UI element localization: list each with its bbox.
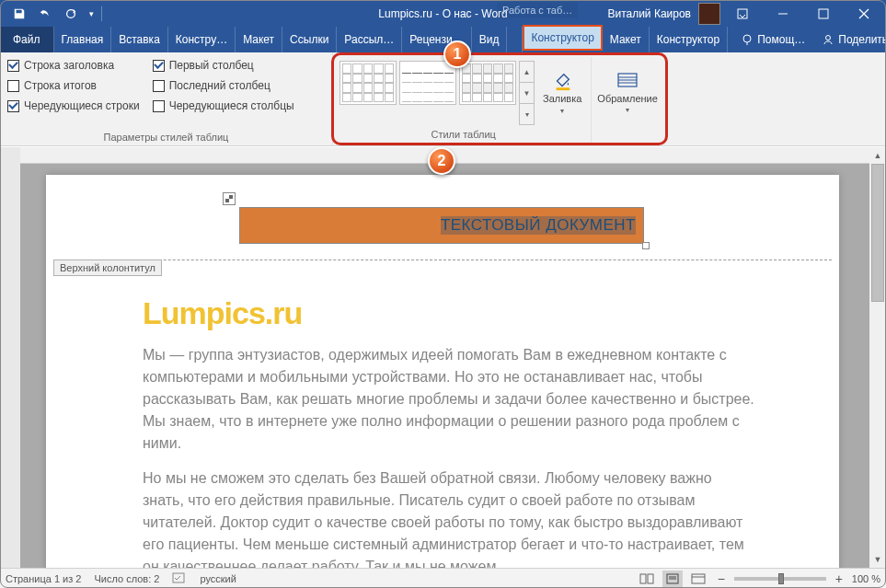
chk-last-col[interactable]: Последний столбец	[153, 77, 294, 94]
bucket-icon	[552, 71, 572, 91]
styles-expand-icon[interactable]: ▾	[520, 104, 534, 124]
tab-hidden[interactable]	[507, 27, 523, 52]
scroll-thumb[interactable]	[871, 164, 884, 302]
paragraph-1: Мы — группа энтузиастов, одержимых идеей…	[143, 344, 756, 455]
svg-rect-9	[557, 88, 570, 91]
redo-icon[interactable]	[59, 3, 83, 25]
status-words[interactable]: Число слов: 2	[94, 573, 159, 584]
svg-rect-16	[648, 574, 653, 583]
svg-rect-15	[640, 574, 646, 583]
chevron-down-icon: ▾	[626, 106, 629, 114]
borders-button[interactable]: Обрамление ▾	[592, 57, 663, 128]
callout-1: 1	[443, 40, 471, 68]
brand-title: Lumpics.ru	[143, 290, 756, 337]
tab-table-layout[interactable]: Макет	[603, 27, 650, 52]
table-style-2[interactable]	[399, 61, 456, 105]
paragraph-2: Но мы не сможем это сделать без Вашей об…	[143, 467, 756, 568]
tab-mailings[interactable]: Рассыл…	[337, 27, 402, 52]
tab-file[interactable]: Файл	[0, 27, 54, 52]
qat-dropdown-icon[interactable]: ▾	[85, 3, 98, 25]
scroll-down-icon[interactable]: ▼	[869, 551, 886, 568]
tell-me-label: Помощ…	[757, 33, 805, 46]
zoom-thumb[interactable]	[778, 573, 784, 584]
status-page[interactable]: Страница 1 из 2	[6, 573, 81, 584]
zoom-level[interactable]: 100 %	[852, 573, 880, 584]
close-icon[interactable]	[846, 0, 882, 27]
minimize-icon[interactable]	[765, 0, 801, 27]
tab-table-design[interactable]: Конструктор	[523, 25, 602, 51]
document-body: Lumpics.ru Мы — группа энтузиастов, одер…	[143, 290, 756, 568]
status-proof-icon[interactable]	[172, 571, 187, 586]
zoom-slider[interactable]	[734, 577, 826, 581]
view-read-icon[interactable]	[637, 571, 657, 587]
zoom-in-icon[interactable]: +	[832, 571, 846, 586]
borders-icon	[615, 71, 640, 91]
vertical-scrollbar[interactable]: ▲ ▼	[869, 147, 886, 568]
svg-point-6	[743, 35, 751, 42]
chk-header-row[interactable]: Строка заголовка	[7, 57, 140, 74]
svg-point-8	[826, 36, 831, 40]
group-styles: Стили таблиц	[336, 129, 591, 143]
table-tools-label: Работа с таб…	[497, 2, 578, 18]
shading-button[interactable]: Заливка ▾	[537, 61, 587, 125]
avatar[interactable]	[698, 3, 720, 25]
document-page[interactable]: ТЕКСТОВЫЙ ДОКУМЕНТ Верхний колонтитул Lu…	[46, 175, 839, 568]
table-style-1[interactable]	[339, 61, 397, 105]
group-style-options: Параметры стилей таблиц	[0, 132, 332, 145]
tab-design[interactable]: Констру…	[168, 27, 236, 52]
user-name: Виталий Каиров	[607, 7, 691, 20]
table-move-handle[interactable]	[223, 192, 236, 205]
lightbulb-icon	[741, 33, 754, 46]
table-style-3[interactable]	[459, 61, 516, 105]
ribbon-options-icon[interactable]	[724, 0, 761, 27]
tab-layout[interactable]: Макет	[236, 27, 282, 52]
tab-home[interactable]: Главная	[54, 27, 112, 52]
chk-total-row[interactable]: Строка итогов	[7, 77, 140, 94]
header-divider	[53, 259, 832, 260]
tab-header-design[interactable]: Конструктор	[650, 27, 728, 52]
tab-insert[interactable]: Вставка	[111, 27, 168, 52]
vertical-ruler[interactable]	[0, 147, 20, 568]
view-web-icon[interactable]	[688, 571, 708, 587]
svg-rect-20	[692, 574, 705, 583]
chk-first-col[interactable]: Первый столбец	[153, 57, 294, 74]
share-button[interactable]: Поделиться	[812, 27, 886, 52]
scroll-up-icon[interactable]: ▲	[869, 147, 886, 164]
table-resize-handle[interactable]	[642, 242, 650, 249]
styles-scroll-down-icon[interactable]: ▼	[520, 83, 534, 104]
chk-banded-cols[interactable]: Чередующиеся столбцы	[153, 98, 294, 114]
share-icon	[822, 33, 834, 46]
styles-gallery-more[interactable]: ▲ ▼ ▾	[519, 61, 535, 125]
header-tag: Верхний колонтитул	[53, 259, 162, 276]
maximize-icon[interactable]	[805, 0, 842, 27]
window-title: Lumpics.ru - О нас - Word	[378, 0, 507, 27]
svg-rect-3	[819, 9, 828, 18]
status-language[interactable]: русский	[200, 573, 236, 584]
header-table[interactable]: ТЕКСТОВЫЙ ДОКУМЕНТ	[239, 207, 644, 244]
save-icon[interactable]	[7, 3, 31, 25]
view-print-icon[interactable]	[662, 571, 683, 587]
zoom-out-icon[interactable]: −	[714, 571, 729, 586]
undo-icon[interactable]	[33, 3, 57, 25]
styles-scroll-up-icon[interactable]: ▲	[520, 62, 534, 83]
tell-me[interactable]: Помощ…	[733, 27, 812, 52]
tab-references[interactable]: Ссылки	[282, 27, 337, 52]
chk-banded-rows[interactable]: Чередующиеся строки	[7, 98, 140, 114]
header-cell[interactable]: ТЕКСТОВЫЙ ДОКУМЕНТ	[239, 207, 644, 244]
chevron-down-icon: ▾	[560, 107, 564, 115]
tab-view[interactable]: Вид	[472, 27, 508, 52]
share-label: Поделиться	[838, 33, 886, 46]
callout-2: 2	[428, 147, 455, 175]
